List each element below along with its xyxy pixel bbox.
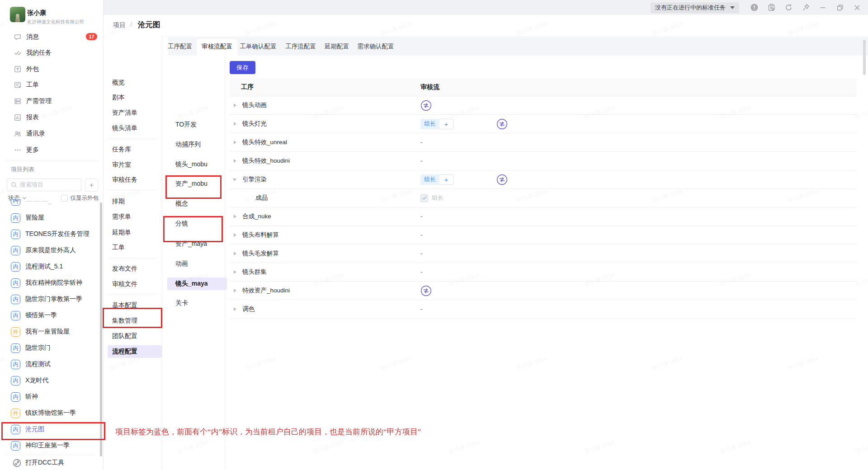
project-menu-review-room[interactable]: 审片室: [112, 159, 157, 171]
expand-icon[interactable]: [234, 159, 236, 163]
report-board-icon[interactable]: [767, 3, 776, 12]
review-flow-icon[interactable]: [496, 118, 508, 130]
project-menu-delay-order[interactable]: 延期单: [112, 226, 157, 239]
restore-icon[interactable]: [835, 3, 844, 12]
project-item[interactable]: 内我在精神病院学斩神: [0, 275, 100, 291]
project-menu-pipeline-config-selected[interactable]: 流程配置: [108, 345, 162, 358]
table-row[interactable]: 镜头灯光 组长 +: [230, 115, 857, 133]
pipeline-item-asset-maya[interactable]: 资产_maya: [175, 238, 221, 250]
pipeline-item-shot-mobu[interactable]: 镜头_mobu: [175, 158, 221, 171]
project-item[interactable]: 内原来我是世外高人: [0, 242, 100, 258]
table-subrow[interactable]: 成品 组长: [230, 189, 857, 207]
project-menu-script[interactable]: 剧本: [112, 91, 157, 104]
sidebar-item-outsource[interactable]: 外包: [0, 61, 103, 77]
project-item[interactable]: 内斩神: [0, 389, 100, 405]
project-item[interactable]: 外我有一座冒险屋: [0, 324, 100, 340]
sidebar-item-my-tasks[interactable]: 我的任务: [0, 45, 103, 61]
review-flow-icon[interactable]: [496, 174, 508, 185]
save-button[interactable]: 保存: [230, 61, 255, 74]
expand-icon[interactable]: [234, 270, 236, 274]
add-approver-button[interactable]: +: [439, 174, 453, 185]
table-row[interactable]: 合成_nuke -: [230, 207, 857, 226]
table-row[interactable]: 特效资产_houdini: [230, 282, 857, 300]
sidebar-item-more[interactable]: 更多: [0, 142, 103, 158]
list-item-clipped[interactable]: 内— — —_: [0, 199, 100, 210]
sidebar-item-workorder[interactable]: 工单: [0, 77, 103, 93]
project-item[interactable]: 内X龙时代: [0, 372, 100, 389]
expand-icon[interactable]: [234, 103, 236, 107]
tab-workorder-confirm-config[interactable]: 工单确认配置: [240, 37, 277, 56]
table-row[interactable]: 镜头布料解算 -: [230, 226, 857, 244]
table-row[interactable]: 镜头特效_houdini -: [230, 152, 857, 170]
review-flow-icon[interactable]: [420, 100, 432, 111]
project-item[interactable]: 内冒险屋: [0, 210, 100, 226]
project-menu-shot-list[interactable]: 镜头清单: [112, 122, 157, 135]
sidebar-item-contacts[interactable]: 通讯录: [0, 126, 103, 141]
pipeline-item-concept[interactable]: 概念: [175, 197, 221, 210]
pipeline-item-to-dev[interactable]: TO开发: [175, 118, 221, 131]
sidebar-item-demand[interactable]: 产需管理: [0, 93, 103, 109]
add-project-button[interactable]: +: [85, 179, 98, 192]
project-menu-demand-order[interactable]: 需求单: [112, 211, 157, 223]
project-item[interactable]: 内顿悟第一季: [0, 307, 100, 324]
breadcrumb-parent[interactable]: 项目: [113, 21, 126, 29]
project-item[interactable]: 内神印王座第一季: [0, 437, 100, 454]
project-menu-task-library[interactable]: 任务库: [112, 143, 157, 156]
tab-process-config[interactable]: 工序配置: [168, 37, 192, 56]
close-icon[interactable]: [853, 3, 862, 12]
expand-icon[interactable]: [234, 122, 236, 126]
table-row[interactable]: 镜头动画: [230, 96, 857, 115]
expand-icon[interactable]: [234, 307, 236, 311]
expand-icon[interactable]: [234, 141, 236, 144]
review-flow-icon[interactable]: [420, 285, 432, 296]
project-item[interactable]: 内隐世宗门掌教第一季: [0, 291, 100, 307]
table-row[interactable]: 镜头群集 -: [230, 263, 857, 282]
tab-demand-confirm-config[interactable]: 需求确认配置: [358, 37, 394, 56]
table-row[interactable]: 镜头毛发解算 -: [230, 244, 857, 263]
add-approver-button[interactable]: +: [439, 119, 453, 129]
project-menu-schedule[interactable]: 排期: [112, 195, 157, 208]
project-menu-workorder[interactable]: 工单: [112, 241, 157, 254]
minimize-icon[interactable]: [818, 3, 827, 12]
approver-tag[interactable]: 组长: [420, 119, 439, 129]
table-row[interactable]: 调色 -: [230, 300, 857, 319]
approver-tag[interactable]: 组长: [420, 174, 439, 185]
open-dcc-tools[interactable]: 打开DCC工具: [0, 456, 100, 470]
expand-icon[interactable]: [234, 289, 236, 292]
table-row-expanded[interactable]: 引擎渲染 组长 +: [230, 170, 857, 189]
project-item[interactable]: 外镇妖博物馆第一季: [0, 405, 100, 421]
window-scrollbar[interactable]: [863, 40, 866, 75]
project-menu-basic-config[interactable]: 基本配置: [112, 299, 157, 312]
project-menu-episode-mgmt[interactable]: 集数管理: [112, 315, 157, 327]
pipeline-item-asset-mobu[interactable]: 资产_mobu: [175, 178, 221, 190]
pin-icon[interactable]: [801, 3, 810, 12]
tab-reviewflow-config-active[interactable]: 审核流配置: [202, 37, 232, 56]
project-item-selected[interactable]: 内沧元图: [0, 421, 100, 437]
project-menu-asset-list[interactable]: 资产清单: [112, 107, 157, 119]
project-item[interactable]: 内流程测试_5.1: [0, 258, 100, 275]
pipeline-item-level[interactable]: 关卡: [175, 297, 221, 310]
table-row[interactable]: 镜头特效_unreal -: [230, 133, 857, 152]
alert-circle-icon[interactable]: [750, 3, 759, 12]
project-menu-publish-files[interactable]: 发布文件: [112, 263, 157, 275]
refresh-icon[interactable]: [784, 3, 793, 12]
project-menu-review-tasks[interactable]: 审核任务: [112, 174, 157, 186]
project-menu-review-files[interactable]: 审核文件: [112, 278, 157, 291]
expand-icon[interactable]: [234, 252, 236, 255]
avatar[interactable]: [10, 7, 25, 22]
sidebar-item-messages[interactable]: 消息 17: [0, 29, 103, 45]
tab-delay-config[interactable]: 延期配置: [325, 37, 349, 56]
project-item[interactable]: 内流程测试: [0, 356, 100, 372]
pipeline-item-animation[interactable]: 动画: [175, 258, 221, 270]
pipeline-item-storyboard[interactable]: 分镜: [175, 217, 221, 230]
project-item[interactable]: 内TEONES开发任务管理: [0, 226, 100, 242]
pipeline-item-shot-maya-selected[interactable]: 镜头_maya: [167, 277, 227, 290]
expand-icon[interactable]: [234, 233, 236, 237]
expand-icon[interactable]: [234, 215, 236, 218]
project-item[interactable]: 内隐世宗门: [0, 340, 100, 356]
sidebar-item-reports[interactable]: 报表: [0, 109, 103, 125]
pipeline-item-mocap[interactable]: 动捕序列: [175, 138, 221, 151]
standard-task-dropdown[interactable]: 没有正在进行中的标准任务: [651, 2, 739, 13]
project-list-scrollbar[interactable]: [100, 202, 102, 456]
collapse-icon[interactable]: [233, 179, 236, 181]
